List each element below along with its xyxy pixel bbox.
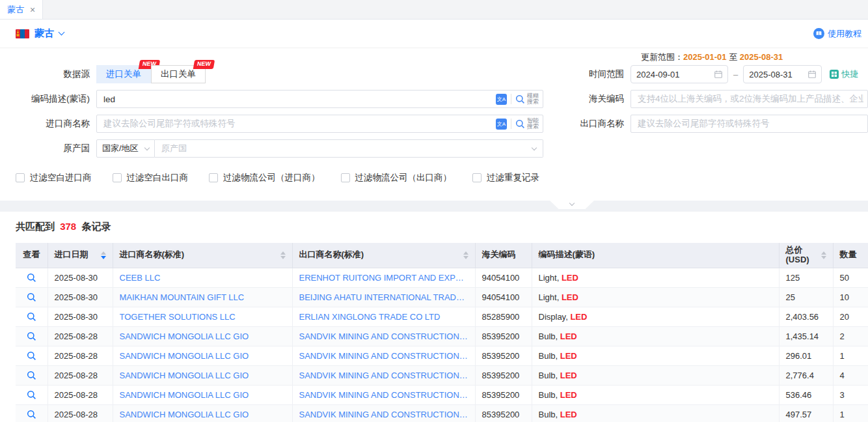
hs-code-cell: 85395200 xyxy=(475,365,532,385)
sort-carets-icon[interactable] xyxy=(280,251,286,259)
importer-link[interactable]: TOGETHER SOLUTIONS LLC xyxy=(120,312,286,322)
quantity-cell: 50 xyxy=(833,268,868,287)
sort-carets-icon[interactable] xyxy=(101,251,106,259)
view-detail-button[interactable] xyxy=(27,410,36,419)
exporter-link[interactable]: SANDVIK MINING AND CONSTRUCTION L... xyxy=(299,410,468,419)
hs-code-label: 海关编码 xyxy=(543,93,624,105)
exporter-link[interactable]: ERENHOT RUITONG IMPORT AND EXPORT ... xyxy=(299,273,468,283)
exporter-link[interactable]: SANDVIK MINING AND CONSTRUCTION L... xyxy=(299,371,468,380)
filter-checkbox-2[interactable]: 过滤物流公司（进口商） xyxy=(209,172,320,184)
tab-export-declarations[interactable]: 出口关单 NEW xyxy=(151,65,206,83)
view-detail-button[interactable] xyxy=(27,390,36,400)
description-highlight: LED xyxy=(560,351,577,361)
column-header-3[interactable]: 出口商名称(标准) xyxy=(292,243,475,268)
description-text: Bulb, xyxy=(539,371,560,380)
tutorial-link[interactable]: 使用教程 xyxy=(813,28,861,40)
checkbox-icon[interactable] xyxy=(472,173,481,182)
importer-cell: TOGETHER SOLUTIONS LLC xyxy=(113,307,292,326)
origin-type-select[interactable]: 国家/地区 xyxy=(96,139,155,158)
total-usd-cell: 25 xyxy=(779,287,833,307)
exporter-link[interactable]: SANDVIK MINING AND CONSTRUCTION L... xyxy=(299,390,468,400)
column-label: 海关编码 xyxy=(482,250,525,260)
importer-link[interactable]: CEEB LLC xyxy=(120,273,286,283)
exporter-link[interactable]: ERLIAN XINGLONG TRADE CO LTD xyxy=(299,312,468,322)
start-date-input[interactable]: 2024-09-01 xyxy=(631,65,728,83)
tab-import-label: 进口关单 xyxy=(106,69,141,79)
translate-icon[interactable]: 文A xyxy=(496,119,507,130)
update-range-label: 更新范围： xyxy=(641,52,683,62)
exporter-name-placeholder: 建议去除公司尾部字符或特殊符号 xyxy=(638,118,863,130)
sort-carets-icon[interactable] xyxy=(821,251,826,259)
description-text: Bulb, xyxy=(539,390,560,400)
exporter-link[interactable]: SANDVIK MINING AND CONSTRUCTION L... xyxy=(299,351,468,361)
country-selector[interactable]: 蒙古 xyxy=(16,27,64,40)
importer-link[interactable]: SANDWICH MONGOLIA LLC GIO xyxy=(120,331,286,341)
exporter-name-input[interactable]: 建议去除公司尾部字符或特殊符号 xyxy=(631,115,868,133)
importer-cell: SANDWICH MONGOLIA LLC GIO xyxy=(113,365,292,385)
column-header-6[interactable]: 总价 (USD) xyxy=(779,243,833,268)
filter-checkbox-4[interactable]: 过滤重复记录 xyxy=(472,172,539,184)
tab-mongolia[interactable]: 蒙古 × xyxy=(0,0,43,19)
column-header-2[interactable]: 进口商名称(标准) xyxy=(113,243,292,268)
importer-link[interactable]: SANDWICH MONGOLIA LLC GIO xyxy=(120,410,286,419)
filter-checkbox-3[interactable]: 过滤物流公司（出口商） xyxy=(341,172,452,184)
table-row: 2025-08-30MAIKHAN MOUNTAIN GIFT LLCBEIJI… xyxy=(16,287,868,307)
description-text: Light, xyxy=(539,292,562,302)
import-date-cell: 2025-08-28 xyxy=(47,385,113,404)
column-header-1[interactable]: 进口日期 xyxy=(47,243,113,268)
results-prefix: 共匹配到 xyxy=(16,221,55,232)
close-icon[interactable]: × xyxy=(30,5,35,14)
code-desc-input[interactable]: led 文A 模糊 搜索 xyxy=(96,90,543,108)
column-header-0: 查看 xyxy=(16,243,47,268)
translate-icon[interactable]: 文A xyxy=(496,94,507,105)
exporter-cell: ERENHOT RUITONG IMPORT AND EXPORT ... xyxy=(292,268,475,287)
quick-select-label: 快捷 xyxy=(841,68,858,80)
hs-code-cell: 85395200 xyxy=(475,346,532,365)
importer-link[interactable]: SANDWICH MONGOLIA LLC GIO xyxy=(120,351,286,361)
origin-country-input[interactable]: 原产国 xyxy=(155,139,543,158)
chevron-down-icon xyxy=(532,145,537,150)
description-cell: Bulb, LED xyxy=(532,326,779,346)
chevron-down-icon xyxy=(569,201,575,206)
checkbox-icon[interactable] xyxy=(209,173,218,182)
quick-select[interactable]: 快捷 xyxy=(830,68,858,80)
view-detail-button[interactable] xyxy=(27,312,36,322)
end-date-input[interactable]: 2025-08-31 xyxy=(743,65,822,83)
exporter-link[interactable]: BEIJING AHATU INTERNATIONAL TRADE C... xyxy=(299,292,468,302)
smart-search-button[interactable]: 智能 搜索 xyxy=(515,118,539,130)
import-date-cell: 2025-08-28 xyxy=(47,365,113,385)
checkbox-label: 过滤空白进口商 xyxy=(30,172,92,184)
importer-link[interactable]: MAIKHAN MOUNTAIN GIFT LLC xyxy=(120,292,286,302)
column-label: 数量 xyxy=(840,250,868,260)
total-usd-cell: 2,776.4 xyxy=(779,365,833,385)
column-label: 进口商名称(标准) xyxy=(120,250,277,260)
code-desc-label: 编码描述(蒙语) xyxy=(9,93,90,105)
view-detail-button[interactable] xyxy=(27,331,36,341)
sort-carets-icon[interactable] xyxy=(463,251,468,259)
checkbox-icon[interactable] xyxy=(341,173,350,182)
importer-name-input[interactable]: 建议去除公司尾部字符或特殊符号 文A 智能 搜索 xyxy=(96,115,543,133)
background-band xyxy=(0,201,868,212)
checkbox-icon[interactable] xyxy=(16,173,25,182)
table-row: 2025-08-30TOGETHER SOLUTIONS LLCERLIAN X… xyxy=(16,307,868,326)
hs-code-input[interactable]: 支持4位以上海关编码，或2位海关编码加上产品描述、企业名称 xyxy=(631,90,868,108)
origin-type-value: 国家/地区 xyxy=(102,143,139,154)
tab-import-declarations[interactable]: 进口关单 NEW xyxy=(96,65,151,83)
filter-checkbox-0[interactable]: 过滤空白进口商 xyxy=(16,172,92,184)
view-cell xyxy=(16,326,47,346)
table-row: 2025-08-28SANDWICH MONGOLIA LLC GIOSANDV… xyxy=(16,404,868,422)
importer-link[interactable]: SANDWICH MONGOLIA LLC GIO xyxy=(120,390,286,400)
view-detail-button[interactable] xyxy=(27,273,36,283)
exporter-link[interactable]: SANDVIK MINING AND CONSTRUCTION L... xyxy=(299,331,468,341)
view-detail-button[interactable] xyxy=(27,351,36,361)
view-detail-button[interactable] xyxy=(27,292,36,302)
fuzzy-search-button[interactable]: 模糊 搜索 xyxy=(515,93,539,106)
view-cell xyxy=(16,307,47,326)
checkbox-icon[interactable] xyxy=(113,173,122,182)
filter-checkbox-1[interactable]: 过滤空白出口商 xyxy=(113,172,189,184)
exporter-cell: SANDVIK MINING AND CONSTRUCTION L... xyxy=(292,404,475,422)
divider xyxy=(511,119,511,129)
importer-link[interactable]: SANDWICH MONGOLIA LLC GIO xyxy=(120,371,286,380)
view-detail-button[interactable] xyxy=(27,371,36,380)
total-usd-cell: 125 xyxy=(779,268,833,287)
